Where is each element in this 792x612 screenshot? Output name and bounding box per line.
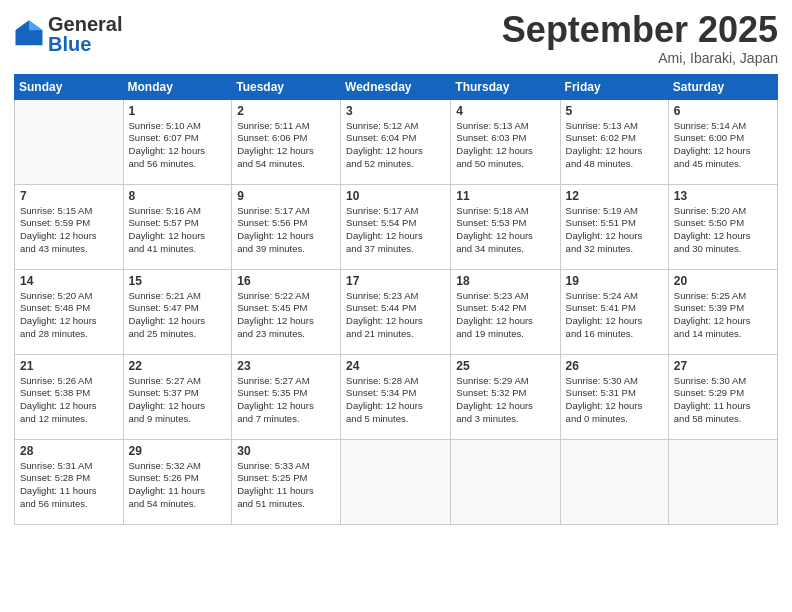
day-number: 25	[456, 359, 554, 373]
day-info: Sunrise: 5:27 AM Sunset: 5:35 PM Dayligh…	[237, 375, 335, 426]
day-number: 3	[346, 104, 445, 118]
day-number: 19	[566, 274, 663, 288]
logo-general: General	[48, 14, 122, 34]
calendar-cell: 18Sunrise: 5:23 AM Sunset: 5:42 PM Dayli…	[451, 269, 560, 354]
logo-text: General Blue	[48, 14, 122, 54]
svg-marker-2	[16, 21, 30, 31]
day-number: 29	[129, 444, 227, 458]
calendar-cell: 15Sunrise: 5:21 AM Sunset: 5:47 PM Dayli…	[123, 269, 232, 354]
day-info: Sunrise: 5:32 AM Sunset: 5:26 PM Dayligh…	[129, 460, 227, 511]
day-info: Sunrise: 5:28 AM Sunset: 5:34 PM Dayligh…	[346, 375, 445, 426]
week-row: 1Sunrise: 5:10 AM Sunset: 6:07 PM Daylig…	[15, 99, 778, 184]
title-block: September 2025 Ami, Ibaraki, Japan	[502, 10, 778, 66]
calendar-cell: 3Sunrise: 5:12 AM Sunset: 6:04 PM Daylig…	[341, 99, 451, 184]
day-number: 12	[566, 189, 663, 203]
calendar-cell: 7Sunrise: 5:15 AM Sunset: 5:59 PM Daylig…	[15, 184, 124, 269]
calendar-cell: 23Sunrise: 5:27 AM Sunset: 5:35 PM Dayli…	[232, 354, 341, 439]
weekday-header: Tuesday	[232, 74, 341, 99]
calendar-cell: 24Sunrise: 5:28 AM Sunset: 5:34 PM Dayli…	[341, 354, 451, 439]
svg-marker-1	[29, 21, 43, 31]
day-info: Sunrise: 5:15 AM Sunset: 5:59 PM Dayligh…	[20, 205, 118, 256]
week-row: 21Sunrise: 5:26 AM Sunset: 5:38 PM Dayli…	[15, 354, 778, 439]
week-row: 28Sunrise: 5:31 AM Sunset: 5:28 PM Dayli…	[15, 439, 778, 524]
day-number: 5	[566, 104, 663, 118]
day-number: 26	[566, 359, 663, 373]
weekday-header: Sunday	[15, 74, 124, 99]
calendar-cell: 9Sunrise: 5:17 AM Sunset: 5:56 PM Daylig…	[232, 184, 341, 269]
calendar-cell	[668, 439, 777, 524]
day-info: Sunrise: 5:33 AM Sunset: 5:25 PM Dayligh…	[237, 460, 335, 511]
week-row: 14Sunrise: 5:20 AM Sunset: 5:48 PM Dayli…	[15, 269, 778, 354]
calendar-cell: 16Sunrise: 5:22 AM Sunset: 5:45 PM Dayli…	[232, 269, 341, 354]
calendar: SundayMondayTuesdayWednesdayThursdayFrid…	[14, 74, 778, 525]
weekday-header-row: SundayMondayTuesdayWednesdayThursdayFrid…	[15, 74, 778, 99]
calendar-cell: 2Sunrise: 5:11 AM Sunset: 6:06 PM Daylig…	[232, 99, 341, 184]
day-info: Sunrise: 5:27 AM Sunset: 5:37 PM Dayligh…	[129, 375, 227, 426]
calendar-cell: 17Sunrise: 5:23 AM Sunset: 5:44 PM Dayli…	[341, 269, 451, 354]
day-info: Sunrise: 5:29 AM Sunset: 5:32 PM Dayligh…	[456, 375, 554, 426]
day-info: Sunrise: 5:19 AM Sunset: 5:51 PM Dayligh…	[566, 205, 663, 256]
day-number: 27	[674, 359, 772, 373]
day-info: Sunrise: 5:26 AM Sunset: 5:38 PM Dayligh…	[20, 375, 118, 426]
calendar-cell	[341, 439, 451, 524]
calendar-cell	[451, 439, 560, 524]
day-number: 8	[129, 189, 227, 203]
day-info: Sunrise: 5:17 AM Sunset: 5:54 PM Dayligh…	[346, 205, 445, 256]
day-number: 7	[20, 189, 118, 203]
day-number: 21	[20, 359, 118, 373]
calendar-cell: 28Sunrise: 5:31 AM Sunset: 5:28 PM Dayli…	[15, 439, 124, 524]
day-number: 15	[129, 274, 227, 288]
calendar-cell: 8Sunrise: 5:16 AM Sunset: 5:57 PM Daylig…	[123, 184, 232, 269]
day-info: Sunrise: 5:30 AM Sunset: 5:29 PM Dayligh…	[674, 375, 772, 426]
calendar-cell: 29Sunrise: 5:32 AM Sunset: 5:26 PM Dayli…	[123, 439, 232, 524]
calendar-cell: 25Sunrise: 5:29 AM Sunset: 5:32 PM Dayli…	[451, 354, 560, 439]
day-number: 9	[237, 189, 335, 203]
week-row: 7Sunrise: 5:15 AM Sunset: 5:59 PM Daylig…	[15, 184, 778, 269]
day-number: 14	[20, 274, 118, 288]
calendar-cell: 10Sunrise: 5:17 AM Sunset: 5:54 PM Dayli…	[341, 184, 451, 269]
day-number: 10	[346, 189, 445, 203]
day-info: Sunrise: 5:13 AM Sunset: 6:03 PM Dayligh…	[456, 120, 554, 171]
day-info: Sunrise: 5:13 AM Sunset: 6:02 PM Dayligh…	[566, 120, 663, 171]
day-info: Sunrise: 5:16 AM Sunset: 5:57 PM Dayligh…	[129, 205, 227, 256]
calendar-cell: 11Sunrise: 5:18 AM Sunset: 5:53 PM Dayli…	[451, 184, 560, 269]
day-info: Sunrise: 5:25 AM Sunset: 5:39 PM Dayligh…	[674, 290, 772, 341]
page: General Blue September 2025 Ami, Ibaraki…	[0, 0, 792, 612]
day-number: 18	[456, 274, 554, 288]
day-number: 4	[456, 104, 554, 118]
calendar-cell: 30Sunrise: 5:33 AM Sunset: 5:25 PM Dayli…	[232, 439, 341, 524]
day-info: Sunrise: 5:20 AM Sunset: 5:50 PM Dayligh…	[674, 205, 772, 256]
location: Ami, Ibaraki, Japan	[502, 50, 778, 66]
calendar-cell: 22Sunrise: 5:27 AM Sunset: 5:37 PM Dayli…	[123, 354, 232, 439]
day-info: Sunrise: 5:24 AM Sunset: 5:41 PM Dayligh…	[566, 290, 663, 341]
day-info: Sunrise: 5:12 AM Sunset: 6:04 PM Dayligh…	[346, 120, 445, 171]
calendar-cell: 27Sunrise: 5:30 AM Sunset: 5:29 PM Dayli…	[668, 354, 777, 439]
calendar-cell: 19Sunrise: 5:24 AM Sunset: 5:41 PM Dayli…	[560, 269, 668, 354]
calendar-cell: 26Sunrise: 5:30 AM Sunset: 5:31 PM Dayli…	[560, 354, 668, 439]
weekday-header: Saturday	[668, 74, 777, 99]
day-number: 30	[237, 444, 335, 458]
day-number: 17	[346, 274, 445, 288]
day-number: 23	[237, 359, 335, 373]
day-info: Sunrise: 5:17 AM Sunset: 5:56 PM Dayligh…	[237, 205, 335, 256]
day-number: 2	[237, 104, 335, 118]
logo: General Blue	[14, 14, 122, 54]
calendar-cell: 20Sunrise: 5:25 AM Sunset: 5:39 PM Dayli…	[668, 269, 777, 354]
day-info: Sunrise: 5:23 AM Sunset: 5:44 PM Dayligh…	[346, 290, 445, 341]
day-number: 28	[20, 444, 118, 458]
calendar-cell: 21Sunrise: 5:26 AM Sunset: 5:38 PM Dayli…	[15, 354, 124, 439]
calendar-cell: 6Sunrise: 5:14 AM Sunset: 6:00 PM Daylig…	[668, 99, 777, 184]
day-info: Sunrise: 5:18 AM Sunset: 5:53 PM Dayligh…	[456, 205, 554, 256]
day-info: Sunrise: 5:10 AM Sunset: 6:07 PM Dayligh…	[129, 120, 227, 171]
day-info: Sunrise: 5:31 AM Sunset: 5:28 PM Dayligh…	[20, 460, 118, 511]
day-number: 24	[346, 359, 445, 373]
calendar-cell: 4Sunrise: 5:13 AM Sunset: 6:03 PM Daylig…	[451, 99, 560, 184]
month-title: September 2025	[502, 10, 778, 50]
day-number: 13	[674, 189, 772, 203]
day-info: Sunrise: 5:14 AM Sunset: 6:00 PM Dayligh…	[674, 120, 772, 171]
calendar-cell	[560, 439, 668, 524]
day-number: 16	[237, 274, 335, 288]
calendar-cell: 14Sunrise: 5:20 AM Sunset: 5:48 PM Dayli…	[15, 269, 124, 354]
day-info: Sunrise: 5:23 AM Sunset: 5:42 PM Dayligh…	[456, 290, 554, 341]
calendar-cell: 12Sunrise: 5:19 AM Sunset: 5:51 PM Dayli…	[560, 184, 668, 269]
